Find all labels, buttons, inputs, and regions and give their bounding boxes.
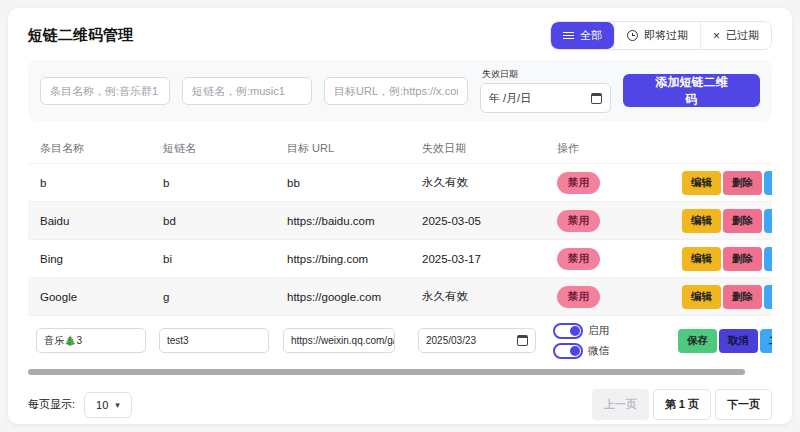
add-shortlink-button[interactable]: 添加短链二维码 — [623, 74, 760, 107]
table-row: b b bb 永久有效 禁用 编辑 删除 二维码 — [28, 163, 772, 201]
header-short-link: 短链名 — [163, 141, 287, 156]
edit-button[interactable]: 编辑 — [682, 285, 721, 309]
cell-entry-name: b — [40, 177, 163, 189]
disable-badge[interactable]: 禁用 — [557, 248, 600, 270]
page-title: 短链二维码管理 — [28, 26, 133, 45]
table-row: Bing bi https://bing.com 2025-03-17 禁用 编… — [28, 239, 772, 277]
cell-target-url: https://google.com — [287, 291, 422, 303]
qr-code-button[interactable]: 二维码 — [764, 285, 772, 309]
expiry-date-label: 失效日期 — [482, 68, 611, 81]
enable-toggle-label: 启用 — [588, 324, 609, 338]
header-entry-name: 条目名称 — [40, 141, 163, 156]
edit-toggles: 启用 微信 — [553, 323, 609, 359]
header-actions: 操作 — [557, 141, 682, 156]
pagination: 上一页 第 1 页 下一页 — [592, 389, 772, 420]
prev-page-button[interactable]: 上一页 — [592, 389, 649, 420]
cell-target-url: https://bing.com — [287, 253, 422, 265]
qr-code-button[interactable]: 二维码 — [764, 171, 772, 195]
cell-short-link: b — [163, 177, 287, 189]
scrollbar-thumb[interactable] — [28, 369, 745, 375]
save-button[interactable]: 保存 — [678, 329, 717, 353]
next-page-button[interactable]: 下一页 — [715, 389, 772, 420]
wechat-toggle[interactable] — [553, 343, 583, 359]
table-header-row: 条目名称 短链名 目标 URL 失效日期 操作 — [28, 133, 772, 163]
target-url-input[interactable] — [324, 77, 468, 105]
header-expiry: 失效日期 — [422, 141, 557, 156]
entry-name-input[interactable] — [40, 77, 170, 105]
cell-entry-name: Bing — [40, 253, 163, 265]
main-card: 短链二维码管理 全部 即将过期 × 已过期 失效日期 年 /月/日 — [8, 8, 792, 424]
current-page-indicator: 第 1 页 — [653, 389, 711, 420]
filter-expired-button[interactable]: × 已过期 — [700, 22, 771, 49]
disable-badge[interactable]: 禁用 — [557, 286, 600, 308]
edit-name-input[interactable]: 音乐🎄3 — [36, 328, 146, 353]
header: 短链二维码管理 全部 即将过期 × 已过期 — [8, 8, 792, 58]
qr-code-button[interactable]: 二维码 — [764, 247, 772, 271]
wechat-toggle-label: 微信 — [588, 344, 609, 358]
footer: 每页显示: 10 ▾ 上一页 第 1 页 下一页 — [8, 375, 792, 424]
expiry-date-placeholder: 年 /月/日 — [489, 91, 531, 106]
cell-entry-name: Google — [40, 291, 163, 303]
cell-short-link: bi — [163, 253, 287, 265]
edit-entry-row: 音乐🎄3 test3 https://weixin.qq.com/g/Av 20… — [28, 315, 772, 365]
edit-slug-input[interactable]: test3 — [159, 328, 269, 353]
list-icon — [563, 32, 574, 39]
cell-expiry: 2025-03-05 — [422, 215, 557, 227]
delete-button[interactable]: 删除 — [723, 209, 762, 233]
table-row: Baidu bd https://baidu.com 2025-03-05 禁用… — [28, 201, 772, 239]
expiry-date-input[interactable]: 年 /月/日 — [480, 83, 611, 113]
table-row: Google g https://google.com 永久有效 禁用 编辑 删… — [28, 277, 772, 315]
add-entry-form: 失效日期 年 /月/日 添加短链二维码 — [28, 60, 772, 121]
edit-button[interactable]: 编辑 — [682, 171, 721, 195]
shortlink-table: 条目名称 短链名 目标 URL 失效日期 操作 b b bb 永久有效 禁用 编… — [28, 133, 772, 365]
filter-expiring-button[interactable]: 即将过期 — [614, 22, 700, 49]
filter-all-button[interactable]: 全部 — [551, 22, 614, 49]
edit-button[interactable]: 编辑 — [682, 209, 721, 233]
calendar-icon[interactable] — [517, 335, 528, 346]
per-page-select[interactable]: 10 ▾ — [84, 392, 132, 418]
qr-code-button[interactable]: 二维码 — [764, 209, 772, 233]
cancel-button[interactable]: 取消 — [719, 329, 758, 353]
cell-short-link: g — [163, 291, 287, 303]
per-page-value: 10 — [96, 399, 108, 411]
cell-expiry: 永久有效 — [422, 289, 557, 304]
filter-all-label: 全部 — [580, 28, 602, 43]
enable-toggle[interactable] — [553, 323, 583, 339]
delete-button[interactable]: 删除 — [723, 247, 762, 271]
clock-icon — [627, 30, 638, 41]
calendar-icon[interactable] — [591, 93, 602, 104]
header-target-url: 目标 URL — [287, 141, 422, 156]
x-icon: × — [713, 30, 720, 42]
caret-down-icon: ▾ — [115, 400, 120, 410]
disable-badge[interactable]: 禁用 — [557, 210, 600, 232]
edit-button[interactable]: 编辑 — [682, 247, 721, 271]
edit-url-input[interactable]: https://weixin.qq.com/g/Av — [283, 328, 395, 353]
short-link-input[interactable] — [182, 77, 312, 105]
edit-date-input[interactable]: 2025/03/23 — [418, 328, 536, 353]
edit-date-value: 2025/03/23 — [426, 335, 476, 346]
cell-expiry: 2025-03-17 — [422, 253, 557, 265]
cell-target-url: bb — [287, 177, 422, 189]
expiry-date-field: 失效日期 年 /月/日 — [480, 68, 611, 113]
cell-expiry: 永久有效 — [422, 175, 557, 190]
per-page-label: 每页显示: — [28, 397, 75, 412]
delete-button[interactable]: 删除 — [723, 171, 762, 195]
filter-group: 全部 即将过期 × 已过期 — [550, 21, 772, 50]
filter-expiring-label: 即将过期 — [644, 28, 688, 43]
filter-expired-label: 已过期 — [726, 28, 759, 43]
cell-short-link: bd — [163, 215, 287, 227]
cell-target-url: https://baidu.com — [287, 215, 422, 227]
qr-code-button[interactable]: 二维码 — [760, 329, 772, 353]
delete-button[interactable]: 删除 — [723, 285, 762, 309]
cell-entry-name: Baidu — [40, 215, 163, 227]
disable-badge[interactable]: 禁用 — [557, 172, 600, 194]
horizontal-scrollbar — [28, 369, 772, 375]
